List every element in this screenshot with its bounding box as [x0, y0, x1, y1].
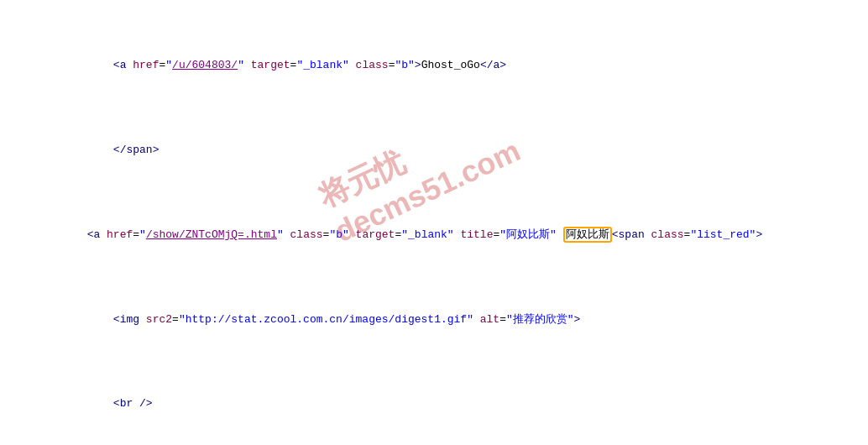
code-line-1: <a href="/u/604803/" target="_blank" cla… — [8, 57, 860, 74]
code-display: <a href="/u/604803/" target="_blank" cla… — [0, 0, 868, 445]
code-line-3: <a href="/show/ZNTcOMjQ=.html" class="b"… — [8, 227, 860, 243]
highlighted-text: 阿奴比斯 — [563, 227, 612, 243]
code-line-2: </span> — [8, 142, 860, 159]
code-line-5: <br /> — [8, 395, 860, 412]
code-line-4: <img src2="http://stat.zcool.com.cn/imag… — [8, 312, 860, 328]
link-show-zntcomiqs[interactable]: /show/ZNTcOMjQ=.html — [146, 228, 277, 241]
link-u-604803[interactable]: /u/604803/ — [172, 59, 238, 71]
